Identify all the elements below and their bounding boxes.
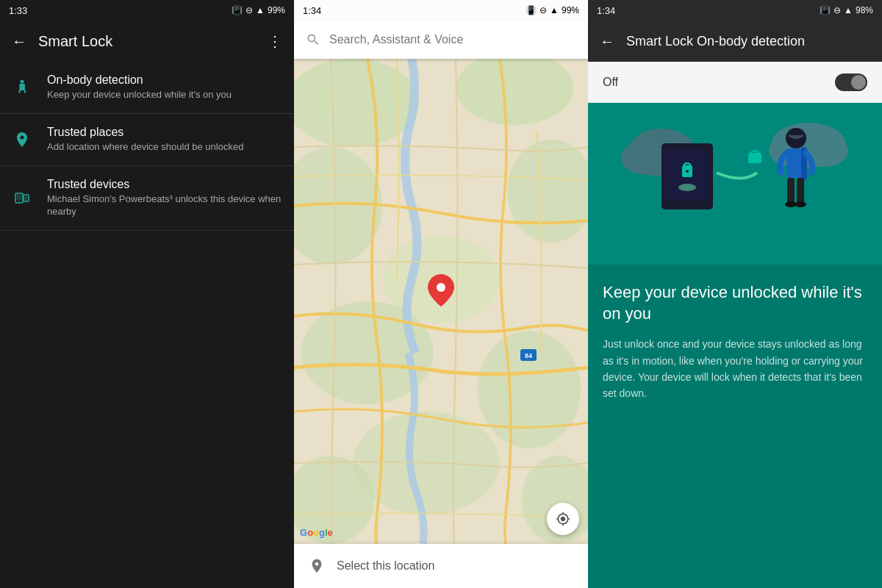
trusted-devices-title: Trusted devices [47, 178, 282, 191]
dnd-icon-p3: ⊖ [833, 5, 841, 15]
svg-rect-41 [797, 178, 804, 204]
wifi-icon-p3: ▲ [844, 5, 853, 15]
status-icons-panel1: 📳 ⊖ ▲ 99% [232, 5, 285, 15]
trusted-devices-subtitle: Michael Simon's Powerbeats³ unlocks this… [47, 193, 282, 218]
description-area: Keep your device unlocked while it's on … [588, 265, 882, 588]
dnd-icon: ⊖ [245, 5, 253, 15]
trusted-devices-icon [12, 187, 32, 208]
svg-point-7 [26, 200, 27, 201]
select-location-bar[interactable]: Select this location [294, 544, 588, 588]
panel3-header: ← Smart Lock On-body detection [588, 21, 882, 62]
toggle-row: Off [588, 62, 882, 103]
menu-item-on-body[interactable]: On-body detection Keep your device unloc… [0, 62, 294, 114]
map-svg: 84 [294, 59, 588, 544]
svg-rect-5 [25, 196, 28, 201]
back-button-panel1[interactable]: ← [12, 33, 26, 50]
illustration-area [588, 103, 882, 265]
on-body-subtitle: Keep your device unlocked while it's on … [47, 89, 282, 101]
location-pin-icon [309, 558, 325, 574]
battery-panel1: 99% [268, 5, 285, 15]
google-logo: Google [300, 527, 333, 538]
battery-panel2: 99% [562, 5, 579, 15]
overflow-menu-button[interactable]: ⋮ [268, 32, 282, 50]
dnd-icon-p2: ⊖ [539, 5, 547, 15]
time-panel1: 1:33 [9, 5, 27, 16]
back-button-panel3[interactable]: ← [600, 33, 614, 50]
map-view[interactable]: 84 [294, 59, 588, 544]
wifi-icon-p2: ▲ [550, 5, 559, 15]
status-bar-panel3: 1:34 📳 ⊖ ▲ 98% [588, 0, 882, 21]
panel-map: 1:34 📳 ⊖ ▲ 99% [294, 0, 588, 588]
on-body-toggle[interactable] [835, 74, 867, 91]
status-bar-panel1: 1:33 📳 ⊖ ▲ 99% [0, 0, 294, 21]
trusted-places-text: Trusted places Add location where device… [47, 126, 282, 154]
time-panel3: 1:34 [597, 5, 615, 16]
search-icon [306, 32, 320, 47]
time-panel2: 1:34 [303, 5, 321, 16]
illustration-svg [588, 103, 882, 265]
panel3-title: Smart Lock On-body detection [626, 34, 805, 49]
search-bar[interactable] [294, 21, 588, 59]
trusted-places-icon [12, 129, 32, 150]
svg-rect-1 [21, 86, 24, 87]
svg-point-43 [795, 201, 806, 207]
vibrate-icon: 📳 [232, 5, 243, 15]
locate-icon [556, 512, 570, 526]
status-icons-panel3: 📳 ⊖ ▲ 98% [820, 5, 873, 15]
on-body-text: On-body detection Keep your device unloc… [47, 74, 282, 101]
trusted-places-subtitle: Add location where device should be unlo… [47, 141, 282, 154]
select-location-text: Select this location [337, 559, 434, 573]
svg-point-0 [21, 79, 24, 83]
locate-button[interactable] [547, 503, 579, 535]
app-title-panel1: Smart Lock [38, 33, 256, 50]
wifi-icon: ▲ [256, 5, 265, 15]
svg-rect-40 [787, 178, 795, 204]
menu-item-trusted-places[interactable]: Trusted places Add location where device… [0, 114, 294, 166]
search-input[interactable] [329, 33, 576, 46]
trusted-places-title: Trusted places [47, 126, 282, 139]
svg-point-6 [18, 201, 20, 203]
trusted-devices-text: Trusted devices Michael Simon's Powerbea… [47, 178, 282, 218]
description-text: Just unlock once and your device stays u… [603, 336, 867, 402]
panel-on-body-detection: 1:34 📳 ⊖ ▲ 98% ← Smart Lock On-body dete… [588, 0, 882, 588]
menu-item-trusted-devices[interactable]: Trusted devices Michael Simon's Powerbea… [0, 166, 294, 231]
svg-rect-3 [17, 195, 22, 201]
description-title: Keep your device unlocked while it's on … [603, 282, 867, 324]
vibrate-icon-p2: 📳 [526, 5, 537, 15]
vibrate-icon-p3: 📳 [820, 5, 831, 15]
status-bar-panel2: 1:34 📳 ⊖ ▲ 99% [294, 0, 588, 21]
on-body-icon [12, 77, 32, 98]
toggle-off-label: Off [603, 76, 618, 89]
svg-point-35 [678, 184, 696, 191]
status-icons-panel2: 📳 ⊖ ▲ 99% [526, 5, 579, 15]
svg-text:84: 84 [525, 352, 532, 359]
svg-point-15 [478, 331, 581, 448]
battery-panel3: 98% [856, 5, 873, 15]
on-body-title: On-body detection [47, 74, 282, 87]
app-header-panel1: ← Smart Lock ⋮ [0, 21, 294, 62]
panel-smart-lock: 1:33 📳 ⊖ ▲ 99% ← Smart Lock ⋮ On-body de… [0, 0, 294, 588]
svg-rect-36 [748, 153, 761, 163]
svg-point-21 [437, 283, 445, 292]
svg-point-34 [686, 170, 689, 173]
svg-rect-22 [588, 103, 882, 265]
